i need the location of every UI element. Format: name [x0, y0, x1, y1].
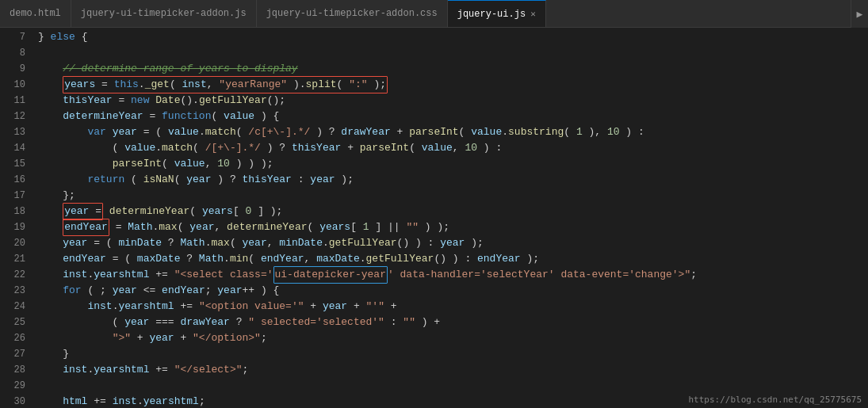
code-line: year = ( minDate ? Math.max( year, minDa… — [32, 235, 868, 251]
code-line: inst.yearshtml += "<option value='" + ye… — [32, 299, 868, 315]
code-container: 7891011121314151617181920212223242526272… — [0, 28, 868, 408]
code-line: year = determineYear( years[ 0 ] ); — [32, 204, 868, 219]
code-line: years = this._get( inst, "yearRange" ).s… — [32, 77, 868, 93]
code-line: ( value.match( /[+\-].*/ ) ? thisYear + … — [32, 140, 868, 156]
code-line: parseInt( value, 10 ) ) ); — [32, 156, 868, 172]
code-line: endYear = ( maxDate ? Math.min( endYear,… — [32, 251, 868, 267]
code-line: ( year === drawYear ? " selected='select… — [32, 315, 868, 330]
tab-timepicker-css[interactable]: jquery-ui-timepicker-addon.css — [257, 0, 448, 27]
code-line: thisYear = new Date().getFullYear(); — [32, 93, 868, 109]
tab-demo[interactable]: demo.html — [0, 0, 71, 27]
tab-scroll-arrow[interactable]: ▶ — [851, 0, 868, 28]
code-line: endYear = Math.max( year, determineYear(… — [32, 219, 868, 235]
code-line: ">" + year + "</option>"; — [32, 330, 868, 346]
watermark: https://blog.csdn.net/qq_25775675 — [688, 395, 862, 405]
tab-bar: demo.html jquery-ui-timepicker-addon.js … — [0, 0, 868, 28]
code-line: inst.yearshtml += "</select>"; — [32, 362, 868, 378]
tab-jquery-ui[interactable]: jquery-ui.js ✕ — [448, 0, 546, 27]
code-line: determineYear = function( value ) { — [32, 109, 868, 124]
code-line: } — [32, 346, 868, 362]
close-icon[interactable]: ✕ — [530, 9, 536, 19]
code-line: } else { — [32, 29, 868, 45]
tab-timepicker-js[interactable]: jquery-ui-timepicker-addon.js — [71, 0, 257, 27]
code-content: } else { // determine range of years to … — [32, 28, 868, 408]
code-line — [32, 45, 868, 61]
code-line: }; — [32, 188, 868, 204]
code-line: inst.yearshtml += "<select class='ui-dat… — [32, 267, 868, 283]
code-line — [32, 378, 868, 394]
code-line: var year = ( value.match( /c[+\-].*/ ) ?… — [32, 124, 868, 140]
line-numbers: 7891011121314151617181920212223242526272… — [0, 28, 32, 408]
code-line: // determine range of years to display — [32, 61, 868, 77]
code-line: return ( isNaN( year ) ? thisYear : year… — [32, 172, 868, 188]
code-line: for ( ; year <= endYear; year++ ) { — [32, 283, 868, 299]
